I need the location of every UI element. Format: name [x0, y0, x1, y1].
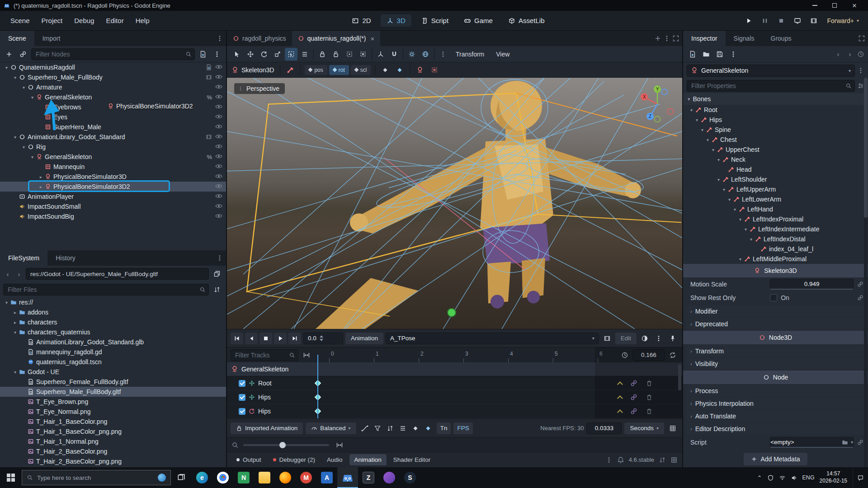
volume-icon[interactable] — [791, 474, 797, 481]
movie-mode-button[interactable] — [807, 14, 821, 27]
insert-key-all-bones-icon[interactable] — [394, 64, 406, 76]
language-indicator[interactable]: ENG — [802, 474, 815, 481]
tree-arrow-icon[interactable]: ▾ — [3, 65, 10, 70]
scene-node-superhero-male[interactable]: SuperHero_Male — [0, 122, 226, 132]
new-resource-button[interactable] — [687, 48, 698, 60]
tree-arrow-icon[interactable]: ▾ — [3, 300, 10, 305]
taskbar-app-notes[interactable]: N — [233, 467, 254, 488]
file-superhero-male-fullbody-gltf[interactable]: Superhero_Male_FullBody.gltf — [0, 387, 226, 397]
add-metadata-button[interactable]: Add Metadata — [744, 453, 807, 465]
tree-arrow-icon[interactable]: ▾ — [11, 370, 19, 375]
bone-lefthand[interactable]: ▾LeftHand — [683, 204, 868, 214]
bottom-panel-animation[interactable]: Animation — [349, 454, 387, 465]
visibility-toggle-icon[interactable] — [215, 73, 222, 82]
timeline-ruler[interactable]: 0123456 — [315, 347, 617, 362]
tree-arrow-icon[interactable]: ▾ — [747, 237, 755, 242]
bone-upperchest[interactable]: ▾UpperChest — [683, 145, 868, 155]
visibility-toggle-icon[interactable] — [215, 143, 222, 151]
tab-groups[interactable]: Groups — [763, 31, 800, 46]
filter-nodes-input[interactable] — [31, 48, 195, 60]
menu-transform[interactable]: Transform — [450, 49, 490, 60]
preview-environment-toggle[interactable] — [419, 48, 432, 61]
menu-help[interactable]: Help — [131, 14, 155, 27]
inspector-forward-icon[interactable]: › — [845, 48, 854, 60]
edited-object-dropdown[interactable]: GeneralSkeleton ▾ — [687, 65, 855, 77]
taskbar-app-photos[interactable]: A — [316, 467, 337, 488]
pin-panel-icon[interactable] — [667, 333, 679, 344]
tree-arrow-icon[interactable]: ▾ — [11, 75, 19, 80]
play-backwards-from-end-button[interactable] — [231, 333, 243, 344]
workspace-2d[interactable]: 2D — [346, 14, 377, 27]
visibility-toggle-icon[interactable] — [215, 163, 222, 171]
onion-skinning-icon[interactable] — [639, 333, 651, 344]
file-res[interactable]: ▾res:// — [0, 297, 226, 307]
tree-arrow-icon[interactable]: ▸ — [11, 310, 19, 315]
track-enabled-checkbox[interactable] — [239, 408, 245, 415]
visibility-toggle-icon[interactable] — [215, 83, 222, 92]
list-select-tool[interactable] — [298, 48, 311, 61]
tree-arrow-icon[interactable]: ▾ — [28, 95, 36, 100]
close-button[interactable]: ✕ — [844, 0, 864, 11]
animation-options-icon[interactable] — [653, 333, 665, 344]
file-mannequiny-ragdoll-gd[interactable]: mannequiny_ragdoll.gd — [0, 347, 226, 357]
tab-scene[interactable]: Scene — [0, 31, 34, 46]
instance-scene-button[interactable] — [17, 48, 29, 60]
rotate-tool[interactable] — [258, 48, 270, 61]
tree-arrow-icon[interactable]: ▾ — [693, 117, 701, 122]
property-group-auto-translate[interactable]: ›Auto Translate — [686, 410, 865, 422]
bone-hips[interactable]: ▾Hips — [683, 115, 868, 125]
stop-animation-button[interactable] — [259, 333, 272, 344]
visibility-toggle-icon[interactable] — [215, 192, 222, 201]
file-characters[interactable]: ▸characters — [0, 317, 226, 327]
pan-timeline-icon[interactable] — [301, 349, 312, 361]
taskbar-app-chrome[interactable] — [212, 467, 233, 488]
bone-chest[interactable]: ▾Chest — [683, 135, 868, 145]
viewport-extra-menu-icon[interactable] — [437, 48, 449, 61]
visibility-toggle-icon[interactable] — [215, 183, 222, 191]
file-addons[interactable]: ▸addons — [0, 307, 226, 317]
zoom-slider-handle[interactable] — [279, 442, 286, 448]
tab-import[interactable]: Import — [34, 31, 69, 46]
property-group-deprecated[interactable]: ›Deprecated — [686, 318, 865, 330]
property-group-physics-interpolation[interactable]: ›Physics Interpolation — [686, 398, 865, 409]
visibility-toggle-icon[interactable] — [215, 113, 222, 122]
tree-arrow-icon[interactable]: ▾ — [736, 217, 744, 222]
bone-leftupperarm[interactable]: ▾LeftUpperArm — [683, 184, 868, 194]
visibility-toggle-icon[interactable] — [215, 123, 222, 131]
track-enabled-checkbox[interactable] — [239, 394, 245, 401]
box-select-tool[interactable] — [285, 48, 297, 61]
edit-bezier-curves-button[interactable] — [359, 422, 371, 434]
file-t-eye-brown-png[interactable]: T_Eye_Brown.png — [0, 397, 226, 407]
property-group-modifier[interactable]: ›Modifier — [686, 305, 865, 317]
current-animation-dropdown[interactable]: A_TPose ▾ — [386, 333, 599, 344]
tree-arrow-icon[interactable]: ▾ — [11, 330, 19, 335]
play-backwards-button[interactable] — [245, 333, 258, 344]
scene-node-impactsoundsmall[interactable]: ImpactSoundSmall — [0, 202, 226, 211]
pin-value-icon[interactable] — [857, 281, 863, 287]
tree-arrow-icon[interactable]: ▾ — [28, 155, 36, 160]
bone-spine[interactable]: ▾Spine — [683, 125, 868, 135]
visibility-toggle-icon[interactable] — [215, 212, 222, 221]
taskbar-clock[interactable]: 14:57 2026-02-15 — [820, 470, 847, 484]
resource-options-button[interactable] — [727, 48, 739, 60]
script-field[interactable]: <empty> ▾ — [770, 437, 854, 448]
tree-arrow-icon[interactable]: ▾ — [742, 227, 750, 232]
taskbar-app-explorer[interactable] — [254, 467, 275, 488]
property-group-visibility[interactable]: ›Visibility — [686, 358, 865, 370]
move-tool[interactable] — [244, 48, 257, 61]
inspector-back-icon[interactable]: ‹ — [834, 48, 843, 60]
file-t-hair-1-basecolor-png-png[interactable]: T_Hair_1_BaseColor_png.png — [0, 427, 226, 436]
taskbar-app-mail[interactable]: M — [296, 467, 316, 488]
scene-tab-ragdoll-physics[interactable]: ragdoll_physics — [227, 31, 292, 46]
blend-mode-dropdown[interactable]: Balanced ▾ — [306, 422, 356, 434]
taskbar-search-box[interactable]: Type here to search — [22, 470, 171, 485]
tree-arrow-icon[interactable]: ▾ — [736, 257, 744, 262]
bone-leftshoulder[interactable]: ▾LeftShoulder — [683, 174, 868, 184]
scale-tool[interactable] — [271, 48, 284, 61]
history-forward-icon[interactable]: › — [14, 268, 24, 280]
text-track-button[interactable]: Tn — [437, 422, 451, 434]
tree-arrow-icon[interactable]: ▾ — [688, 108, 695, 113]
bone-neck[interactable]: ▾Neck — [683, 155, 868, 164]
bottom-panel-menu-icon[interactable] — [605, 456, 613, 464]
tree-arrow-icon[interactable]: ▾ — [20, 145, 28, 150]
